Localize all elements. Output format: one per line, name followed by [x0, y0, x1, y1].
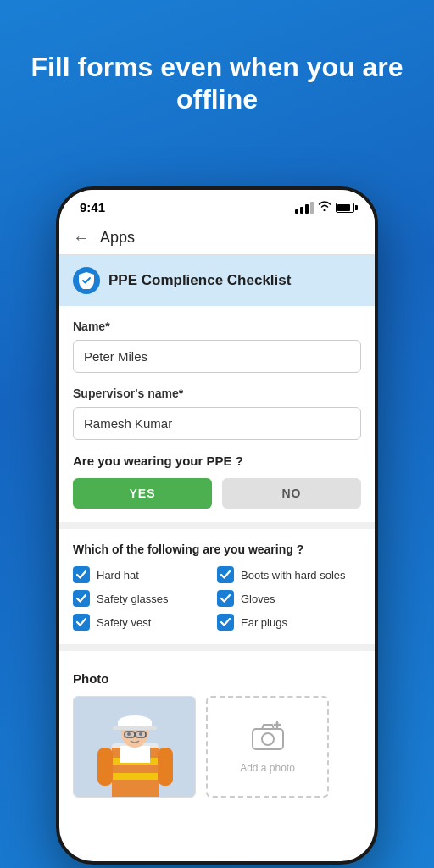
add-photo-button[interactable]: Add a photo: [206, 696, 329, 798]
shield-icon: [73, 267, 100, 294]
wifi-icon: [318, 201, 331, 214]
svg-rect-9: [113, 726, 157, 730]
svg-point-18: [262, 733, 274, 745]
hero-title: Fill forms even when you are offline: [0, 51, 434, 116]
wearing-question: Which of the following are you wearing ?: [73, 542, 361, 556]
ppe-question-row: Are you wearing your PPE ? YES NO: [73, 453, 361, 509]
status-time: 9:41: [80, 200, 105, 214]
svg-rect-17: [253, 729, 283, 749]
list-item: Hard hat: [73, 566, 217, 583]
supervisor-label: Supervisor's name*: [73, 387, 361, 400]
list-item: Safety glasses: [73, 590, 217, 607]
photo-title: Photo: [73, 671, 361, 686]
photo-row: Add a photo: [73, 696, 361, 798]
boots-label: Boots with hard soles: [241, 569, 346, 581]
supervisor-field-group: Supervisor's name*: [73, 387, 361, 440]
back-button[interactable]: ←: [73, 228, 90, 248]
photo-section: Photo: [59, 658, 375, 811]
name-field-group: Name*: [73, 320, 361, 373]
phone-screen: 9:41: [59, 190, 375, 861]
status-bar: 9:41: [59, 190, 375, 221]
section-divider: [59, 522, 375, 529]
battery-icon: [336, 203, 354, 213]
no-button[interactable]: NO: [222, 478, 361, 509]
form-section: Name* Supervisor's name* Are you wearing…: [59, 306, 375, 522]
ppe-question-text: Are you wearing your PPE ?: [73, 453, 361, 468]
name-input[interactable]: [73, 340, 361, 373]
svg-rect-16: [158, 748, 173, 786]
hard-hat-label: Hard hat: [97, 569, 139, 581]
list-item: Boots with hard soles: [217, 566, 361, 583]
checklist-grid: Hard hat Boots with hard soles Safety: [73, 566, 361, 631]
checkbox-gloves[interactable]: [217, 590, 234, 607]
checklist-title: PPE Complience Checklist: [108, 272, 291, 289]
camera-plus-icon: [251, 721, 285, 757]
list-item: Ear plugs: [217, 614, 361, 631]
svg-rect-13: [136, 732, 146, 737]
svg-rect-12: [125, 732, 135, 737]
nav-bar: ← Apps: [59, 221, 375, 255]
checkbox-vest[interactable]: [73, 614, 90, 631]
checkbox-boots[interactable]: [217, 566, 234, 583]
checklist-section: Which of the following are you wearing ?…: [59, 529, 375, 644]
phone-mockup: 9:41: [56, 186, 378, 865]
gloves-label: Gloves: [241, 593, 275, 605]
checklist-header: PPE Complience Checklist: [59, 255, 375, 306]
checkbox-hard-hat[interactable]: [73, 566, 90, 583]
earplugs-label: Ear plugs: [241, 616, 287, 629]
svg-rect-5: [120, 746, 150, 763]
glasses-label: Safety glasses: [97, 593, 169, 605]
photo-thumbnail[interactable]: [73, 696, 196, 798]
nav-title: Apps: [100, 229, 135, 247]
yes-button[interactable]: YES: [73, 478, 212, 509]
checkbox-earplugs[interactable]: [217, 614, 234, 631]
section-divider-2: [59, 644, 375, 651]
svg-rect-4: [112, 773, 159, 780]
name-label: Name*: [73, 320, 361, 333]
supervisor-input[interactable]: [73, 407, 361, 440]
list-item: Safety vest: [73, 614, 217, 631]
list-item: Gloves: [217, 590, 361, 607]
status-icons: [295, 201, 354, 214]
vest-label: Safety vest: [97, 616, 151, 629]
add-photo-label: Add a photo: [240, 762, 295, 774]
checkbox-glasses[interactable]: [73, 590, 90, 607]
signal-icon: [295, 202, 314, 214]
phone-shell: 9:41: [56, 186, 378, 865]
svg-rect-15: [97, 748, 113, 786]
yes-no-toggle: YES NO: [73, 478, 361, 509]
